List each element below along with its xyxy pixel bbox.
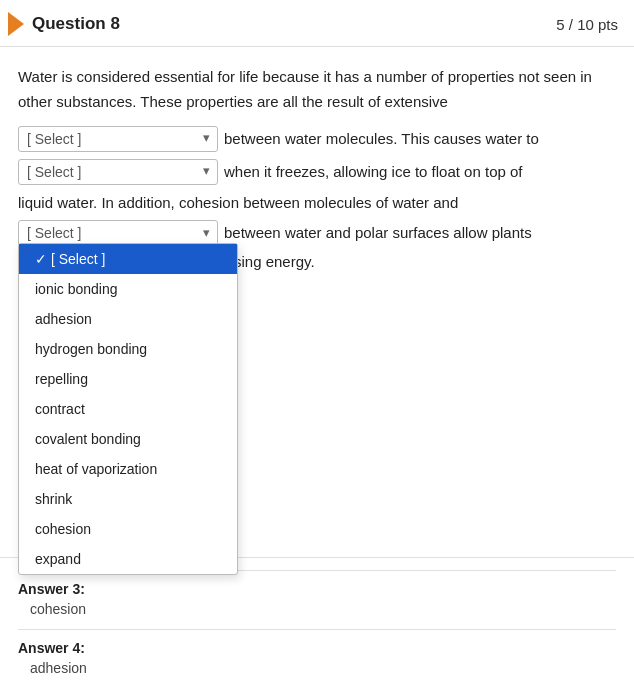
text-after-select1: between water molecules. This causes wat… xyxy=(224,125,539,152)
answers-section: Answer 3: cohesion Answer 4: adhesion xyxy=(0,557,634,688)
title-wrap: Question 8 xyxy=(8,12,120,36)
answer-4-block: Answer 4: adhesion xyxy=(18,640,616,676)
divider-2 xyxy=(18,629,616,630)
select2-line: [ Select ] ionic bonding adhesion hydrog… xyxy=(18,158,616,185)
dropdown-option-7[interactable]: heat of vaporization xyxy=(19,454,237,484)
passage-line4: liquid water. In addition, cohesion betw… xyxy=(18,191,616,216)
text-after-select2: when it freezes, allowing ice to float o… xyxy=(224,158,523,185)
dropdown-option-8[interactable]: shrink xyxy=(19,484,237,514)
dropdown-option-0[interactable]: ✓ [ Select ] xyxy=(19,244,237,274)
answer-4-value: adhesion xyxy=(18,660,616,676)
question-header: Question 8 5 / 10 pts xyxy=(0,0,634,47)
select1-line: [ Select ] ionic bonding adhesion hydrog… xyxy=(18,125,616,152)
answer-3-value: cohesion xyxy=(18,601,616,617)
points-label: 5 / 10 pts xyxy=(556,16,618,33)
text-after-select3: between water and polar surfaces allow p… xyxy=(224,219,532,246)
dropdown-option-6[interactable]: covalent bonding xyxy=(19,424,237,454)
question-title: Question 8 xyxy=(32,14,120,34)
select1-dropdown[interactable]: [ Select ] ionic bonding adhesion hydrog… xyxy=(18,126,218,152)
select2-dropdown[interactable]: [ Select ] ionic bonding adhesion hydrog… xyxy=(18,159,218,185)
dropdown-option-9[interactable]: cohesion xyxy=(19,514,237,544)
answer-3-block: Answer 3: cohesion xyxy=(18,581,616,617)
dropdown-open-menu[interactable]: ✓ [ Select ] ionic bonding adhesion hydr… xyxy=(18,243,238,575)
dropdown-option-1[interactable]: ionic bonding xyxy=(19,274,237,304)
select1-wrap[interactable]: [ Select ] ionic bonding adhesion hydrog… xyxy=(18,125,218,152)
dropdown-option-2[interactable]: adhesion xyxy=(19,304,237,334)
orange-marker-icon xyxy=(8,12,24,36)
answer-4-label: Answer 4: xyxy=(18,640,616,656)
dropdown-option-10[interactable]: expand xyxy=(19,544,237,574)
dropdown-option-3[interactable]: hydrogen bonding xyxy=(19,334,237,364)
select2-wrap[interactable]: [ Select ] ionic bonding adhesion hydrog… xyxy=(18,158,218,185)
dropdown-option-5[interactable]: contract xyxy=(19,394,237,424)
passage-line1: Water is considered essential for life b… xyxy=(18,65,616,115)
dropdown-option-4[interactable]: repelling xyxy=(19,364,237,394)
answer-3-label: Answer 3: xyxy=(18,581,616,597)
